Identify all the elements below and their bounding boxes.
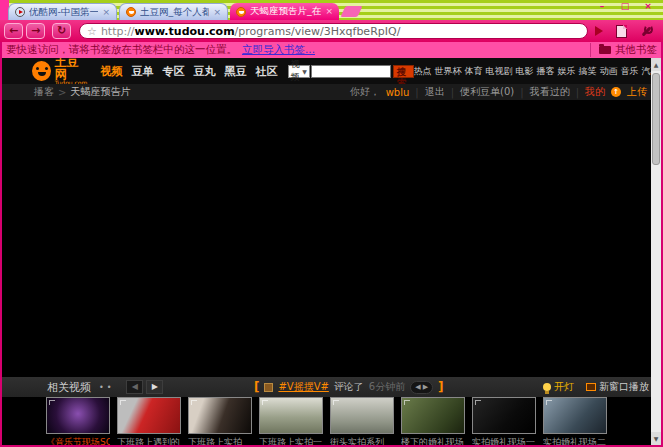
page-scrollbar[interactable]: ▲ ▼ (651, 58, 661, 445)
video-caption[interactable]: 实拍婚礼现场一 (472, 436, 536, 445)
video-thumbnail[interactable] (259, 397, 323, 434)
video-thumbnail[interactable] (188, 397, 252, 434)
ticker-open-bracket: [ (254, 380, 259, 394)
my-stuff-link[interactable]: 我的 (585, 85, 605, 99)
tab-close-icon[interactable]: × (102, 8, 110, 17)
new-window-label: 新窗口播放 (599, 380, 649, 394)
related-prev-button[interactable]: ◀ (126, 380, 143, 394)
cat-podcast[interactable]: 播客 (537, 65, 555, 78)
nav-heidou[interactable]: 黑豆 (225, 64, 247, 79)
tab-close-icon[interactable]: × (325, 7, 333, 16)
browser-toolbar: ← → ↻ ☆ http://www.tudou.com/programs/vi… (0, 20, 663, 42)
video-player-area[interactable] (2, 100, 661, 377)
divider: | (415, 87, 418, 98)
cat-sports[interactable]: 体育 (465, 65, 483, 78)
breadcrumb-root[interactable]: 播客 (34, 85, 54, 99)
playlist-link[interactable]: 便利豆单(0) (460, 85, 514, 99)
page-menu-icon[interactable] (616, 25, 627, 38)
video-caption[interactable]: 《音乐节现场SOD (46, 436, 110, 445)
tab-video-active[interactable]: 天蝎座预告片_在线视频... × (230, 3, 339, 20)
video-caption[interactable]: 下班路上实拍 (188, 436, 252, 445)
other-bookmarks[interactable]: 其他书签 (590, 43, 657, 57)
related-video-item[interactable]: 下班路上实拍一 (259, 397, 323, 445)
scroll-down-arrow[interactable]: ▼ (651, 432, 661, 445)
search-category-value: 视频 (291, 58, 301, 84)
cat-funny[interactable]: 搞笑 (579, 65, 597, 78)
video-thumbnail[interactable] (472, 397, 536, 434)
cat-music[interactable]: 音乐 (621, 65, 639, 78)
search-input[interactable] (311, 65, 391, 78)
related-video-item[interactable]: 下班路上实拍 (188, 397, 252, 445)
video-caption[interactable]: 街头实拍系列 (330, 436, 394, 445)
username-link[interactable]: wblu (386, 87, 410, 98)
related-next-button[interactable]: ▶ (146, 380, 163, 394)
cat-movie[interactable]: 电影 (516, 65, 534, 78)
comment-ticker: [ #V摇摆V# 评论了 6分钟前 ◀ ▶ ] (254, 380, 444, 394)
video-thumbnail[interactable] (401, 397, 465, 434)
related-video-item[interactable]: 下班路上遇到的 (117, 397, 181, 445)
lights-toggle[interactable]: 开灯 (543, 380, 574, 394)
divider: | (451, 87, 454, 98)
cat-animation[interactable]: 动画 (600, 65, 618, 78)
url-scheme: http:// (101, 25, 135, 38)
tab-strip: 优酷网-中国第一视频网 × 土豆网_每个人都是生活... × 天蝎座预告片_在线… (0, 0, 663, 20)
video-thumbnail[interactable] (543, 397, 607, 434)
cat-worldcup[interactable]: 世界杯NEW (435, 65, 462, 78)
video-thumbnail[interactable] (117, 397, 181, 434)
video-thumbnail[interactable] (330, 397, 394, 434)
search-category-select[interactable]: 视频 ▼ (288, 65, 310, 78)
tab-title: 土豆网_每个人都是生活... (140, 6, 209, 19)
forward-button[interactable]: → (26, 23, 45, 39)
pagination-dots: •• (99, 383, 114, 392)
nav-playlists[interactable]: 豆单 (132, 64, 154, 79)
close-button[interactable]: × (641, 1, 655, 11)
video-caption[interactable]: 下班路上实拍一 (259, 436, 323, 445)
video-caption[interactable]: 楼下的婚礼现场 (401, 436, 465, 445)
related-video-item[interactable]: 楼下的婚礼现场 (401, 397, 465, 445)
video-caption[interactable]: 实拍婚礼现场二 (543, 436, 607, 445)
cat-entertainment[interactable]: 娱乐 (558, 65, 576, 78)
commenter-avatar (264, 383, 273, 392)
video-thumbnail[interactable] (46, 397, 110, 434)
back-button[interactable]: ← (4, 23, 23, 39)
nav-community[interactable]: 社区 (256, 64, 278, 79)
related-video-item[interactable]: 实拍婚礼现场二 (543, 397, 607, 445)
tv-icon (586, 383, 596, 391)
tab-tudou-home[interactable]: 土豆网_每个人都是生活... × (119, 3, 228, 20)
bookmark-star-icon[interactable]: ☆ (87, 26, 97, 37)
video-caption[interactable]: 下班路上遇到的 (117, 436, 181, 445)
nav-video[interactable]: 视频 (101, 64, 123, 79)
minimize-button[interactable]: – (595, 1, 609, 11)
search-button[interactable]: 搜索 (393, 65, 414, 78)
cat-tv[interactable]: 电视剧 (486, 65, 513, 78)
import-bookmarks-link[interactable]: 立即导入书签... (242, 43, 315, 57)
ticker-time: 6分钟前 (369, 380, 405, 394)
new-window-play[interactable]: 新窗口播放 (586, 380, 649, 394)
reload-button[interactable]: ↻ (52, 23, 71, 39)
commenter-name-link[interactable]: #V摇摆V# (278, 380, 328, 394)
go-button[interactable] (595, 26, 603, 36)
url-path: /programs/view/3HxqfbeRpIQ/ (235, 25, 401, 38)
nav-douwan[interactable]: 豆丸 (194, 64, 216, 79)
nav-zones[interactable]: 专区 (163, 64, 185, 79)
logout-link[interactable]: 退出 (425, 85, 445, 99)
cat-hot[interactable]: 热点 (414, 65, 432, 78)
watched-link[interactable]: 我看过的 (530, 85, 570, 99)
maximize-button[interactable]: □ (618, 1, 632, 11)
ticker-prev-icon[interactable]: ◀ (415, 382, 420, 393)
tab-youku[interactable]: 优酷网-中国第一视频网 × (8, 3, 117, 20)
related-video-item[interactable]: 街头实拍系列 (330, 397, 394, 445)
upload-link[interactable]: 上传 (627, 85, 647, 99)
tab-close-icon[interactable]: × (213, 8, 221, 17)
address-bar[interactable]: ☆ http://www.tudou.com/programs/view/3Hx… (79, 23, 588, 39)
wrench-menu-icon[interactable] (640, 25, 653, 38)
ticker-next-icon[interactable]: ▶ (423, 382, 428, 393)
related-videos-title: 相关视频 (47, 380, 91, 395)
related-video-item[interactable]: 《音乐节现场SOD (46, 397, 110, 445)
related-video-item[interactable]: 实拍婚礼现场一 (472, 397, 536, 445)
tudou-logo[interactable]: 土豆网 Tudou.com (32, 58, 89, 86)
lights-label: 开灯 (554, 380, 574, 394)
scrollbar-thumb[interactable] (652, 73, 660, 165)
scroll-up-arrow[interactable]: ▲ (651, 58, 661, 71)
new-tab-button[interactable] (340, 6, 362, 17)
